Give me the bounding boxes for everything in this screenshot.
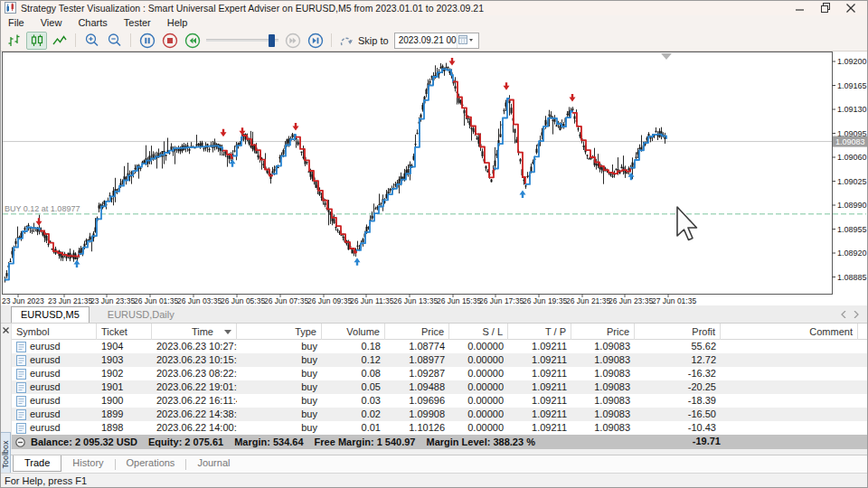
chart-tab-eurusd-daily[interactable]: EURUSD,Daily: [99, 307, 184, 323]
trade-table: SymbolTicketTimeTypeVolumePriceS / LT / …: [12, 324, 868, 449]
pause-button[interactable]: [137, 32, 157, 50]
menu-file[interactable]: File: [0, 15, 33, 30]
cell-type: buy: [237, 340, 322, 353]
column-header-symbol[interactable]: Symbol: [12, 324, 97, 340]
cell-volume: 0.12: [322, 353, 385, 367]
cell-sl: 0.00000: [449, 394, 508, 408]
bars-chart-icon: [6, 33, 23, 48]
price-tick-label: 1.09200: [837, 57, 867, 66]
window-title: Strategy Tester Visualization : Smart Un…: [21, 3, 484, 14]
column-header-comment[interactable]: Comment: [721, 324, 858, 340]
calendar-dropdown-button[interactable]: [457, 33, 476, 48]
menu-tester[interactable]: Tester: [116, 15, 159, 30]
minimize-button[interactable]: [788, 1, 813, 14]
toolbox-vertical-tab[interactable]: Toolbox: [0, 432, 11, 477]
toolbar-separator: [130, 33, 131, 47]
fast-forward-button[interactable]: [282, 32, 303, 50]
plot-frame: [3, 52, 833, 295]
skip-to-label: Skip to: [358, 35, 389, 46]
app-icon: [5, 2, 16, 14]
skip-to-end-button[interactable]: [305, 32, 326, 50]
time-tick-label: 26 Jun 07:35: [264, 296, 308, 305]
balance-item: Balance: 2 095.32 USD: [31, 436, 137, 447]
cell-symbol: eurusd: [12, 353, 97, 367]
slider-track[interactable]: [206, 39, 278, 42]
cell-comment: [721, 394, 858, 408]
stop-button[interactable]: [159, 32, 180, 50]
column-header-price_current[interactable]: Price: [571, 324, 635, 340]
tab-operations[interactable]: Operations: [116, 455, 186, 471]
skip-to-icon: [339, 33, 354, 48]
skip-back-button[interactable]: [182, 32, 203, 50]
cell-type: buy: [237, 421, 322, 435]
chart-tabs-scroll-right[interactable]: [850, 309, 863, 320]
table-row[interactable]: eurusd19002023.06.22 16:11:40buy0.031.09…: [12, 394, 868, 408]
table-row[interactable]: eurusd19042023.06.23 10:27:40buy0.181.08…: [12, 340, 868, 353]
table-row[interactable]: eurusd19012023.06.22 19:01:40buy0.051.09…: [12, 380, 868, 394]
close-button[interactable]: [838, 1, 863, 14]
column-header-profit[interactable]: Profit: [635, 324, 721, 340]
cell-volume: 0.02: [322, 408, 385, 421]
price-chart[interactable]: BUY 0.12 at 1.089771.092001.091651.09130…: [0, 52, 868, 305]
time-tick-label: 26 Jun 09:35: [307, 296, 352, 305]
collapse-icon[interactable]: [15, 437, 25, 447]
column-header-type[interactable]: Type: [237, 324, 322, 340]
column-header-sl[interactable]: S / L: [449, 324, 508, 340]
skip-to-input[interactable]: [395, 35, 457, 45]
order-icon: [16, 355, 26, 366]
cell-comment: [721, 380, 858, 394]
time-tick-label: 26 Jun 17:35: [479, 296, 524, 305]
bars-chart-button[interactable]: [4, 32, 24, 50]
column-header-price[interactable]: Price: [385, 324, 449, 340]
maximize-button[interactable]: [813, 1, 838, 14]
cell-profit: 12.72: [635, 353, 721, 367]
cell-price_current: 1.09083: [571, 394, 635, 408]
balance-row: Balance: 2 095.32 USDEquity: 2 075.61Mar…: [12, 435, 868, 449]
column-header-tp[interactable]: T / P: [508, 324, 571, 340]
time-tick-label: 26 Jun 05:35: [221, 296, 265, 305]
menu-charts[interactable]: Charts: [70, 15, 115, 30]
column-header-ticket[interactable]: Ticket: [97, 324, 152, 340]
menu-help[interactable]: Help: [159, 15, 196, 30]
pause-icon: [139, 33, 156, 49]
time-tick-label: 26 Jun 21:35: [566, 296, 610, 305]
cell-time: 2023.06.22 14:38:40: [152, 408, 237, 421]
menu-view[interactable]: View: [33, 15, 71, 30]
chart-tab-eurusd-m5[interactable]: EURUSD,M5: [11, 306, 90, 323]
cell-symbol: eurusd: [12, 340, 97, 353]
price-tick-label: 1.08955: [837, 225, 867, 234]
cell-tp: 1.09211: [508, 421, 571, 435]
speed-slider[interactable]: [206, 32, 278, 50]
cell-ticket: 1898: [97, 421, 152, 435]
balance-profit: -19.71: [639, 436, 721, 446]
tab-history[interactable]: History: [61, 455, 114, 471]
candles-chart-button[interactable]: [26, 32, 47, 50]
title-bar: Strategy Tester Visualization : Smart Un…: [0, 0, 868, 15]
table-row[interactable]: eurusd19032023.06.23 10:15:40buy0.121.08…: [12, 353, 868, 367]
column-header-volume[interactable]: Volume: [322, 324, 385, 340]
zoom-in-button[interactable]: [81, 32, 102, 50]
toolbox-close-button[interactable]: [1, 325, 11, 335]
slider-handle[interactable]: [269, 34, 275, 47]
table-row[interactable]: eurusd18982023.06.22 14:00:20buy0.011.10…: [12, 421, 868, 435]
close-icon: [3, 327, 9, 333]
cell-tp: 1.09211: [508, 353, 571, 367]
table-row[interactable]: eurusd19022023.06.23 08:22:40buy0.081.09…: [12, 367, 868, 380]
zoom-out-button[interactable]: [104, 32, 125, 50]
column-header-time[interactable]: Time: [152, 324, 237, 340]
cell-type: buy: [237, 394, 322, 408]
cell-price_current: 1.09083: [571, 340, 635, 353]
table-row[interactable]: eurusd18992023.06.22 14:38:40buy0.021.09…: [12, 408, 868, 421]
cell-tp: 1.09211: [508, 340, 571, 353]
calendar-icon: [458, 35, 475, 46]
cell-time: 2023.06.23 10:15:40: [152, 353, 237, 367]
bid-price-label: 1.09083: [835, 137, 865, 146]
trade-table-body: eurusd19042023.06.23 10:27:40buy0.181.08…: [12, 340, 868, 435]
chart-tabs-scroll-left[interactable]: [837, 309, 850, 320]
toolbox-label: Toolbox: [1, 440, 10, 468]
line-chart-button[interactable]: [49, 32, 70, 50]
tab-trade[interactable]: Trade: [13, 455, 61, 472]
tab-journal[interactable]: Journal: [186, 455, 241, 471]
time-tick-label: 26 Jun 15:35: [437, 296, 481, 305]
time-tick-label: 26 Jun 01:35: [134, 296, 178, 305]
